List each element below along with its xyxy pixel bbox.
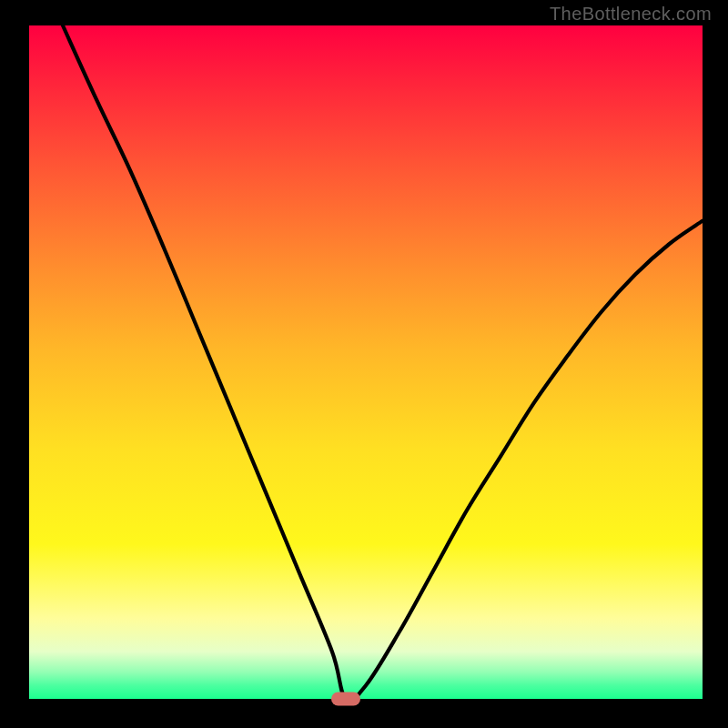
bottleneck-curve [29, 25, 703, 699]
optimal-point-marker [331, 693, 360, 706]
curve-path [63, 25, 703, 701]
chart-frame: TheBottleneck.com [0, 0, 728, 728]
watermark-text: TheBottleneck.com [550, 4, 712, 25]
